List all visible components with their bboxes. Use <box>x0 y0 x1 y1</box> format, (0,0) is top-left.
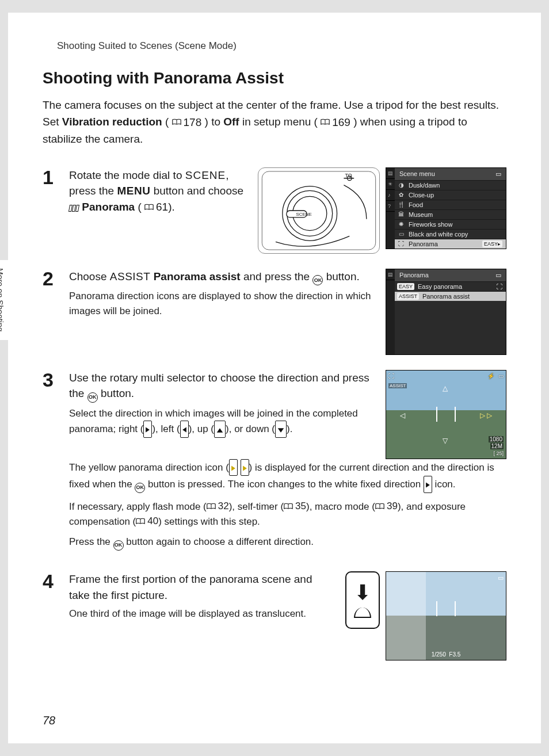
battery-icon: ▭ <box>495 170 501 178</box>
battery-icon: ▭ <box>498 373 504 379</box>
right-arrow-yellow-icon: ▷ ▷ <box>480 411 492 419</box>
exposure-info: 1/250 F3.5 <box>432 651 461 658</box>
pano-std-icon: ⛶ <box>496 283 502 290</box>
step-number: 2 <box>43 269 59 355</box>
first-shot-preview-screenshot: ▭ 1/250 F3.5 <box>386 571 506 660</box>
video-res-icon: 1080 <box>489 436 504 442</box>
step3-heading: Use the rotary multi selector to choose … <box>69 370 375 403</box>
down-arrow-icon <box>275 421 287 438</box>
step-number: 1 <box>43 167 59 254</box>
section-title: Shooting with Panorama Assist <box>43 69 506 87</box>
page-number: 78 <box>43 714 55 727</box>
menu-row: 🍴Food <box>395 200 506 209</box>
flash-auto-icon: ⚡ <box>487 373 494 379</box>
shots-remaining: [ 25] <box>493 450 504 456</box>
ok-button-icon: OK <box>135 483 145 493</box>
tab-icon: ? <box>386 201 395 212</box>
page-ref-icon: 61 <box>144 199 168 215</box>
bold-vr: Vibration reduction <box>62 116 162 128</box>
intro-text: in setup menu ( <box>242 116 318 128</box>
menu-row: EASYEasy panorama⛶ <box>395 281 506 291</box>
tab-icon: ♪ <box>386 190 395 201</box>
scene-glyph: SCENE <box>185 169 226 181</box>
intro-paragraph: The camera focuses on the subject at the… <box>43 97 506 148</box>
step-4: 4 Frame the first portion of the panoram… <box>43 571 506 660</box>
tab-icon: ▤ <box>386 168 395 179</box>
left-arrow-icon: ◁ <box>400 411 405 419</box>
panorama-label: Panorama <box>82 201 135 213</box>
page-ref-icon: 40 <box>136 514 158 529</box>
breadcrumb: Shooting Suited to Scenes (Scene Mode) <box>57 40 506 52</box>
menu-tab-strip: ▤ ☀ ♪ ? <box>386 168 395 249</box>
step2-heading: Choose ASSIST Panorama assist and press … <box>69 269 375 286</box>
menu-row: ▭Black and white copy <box>395 229 506 239</box>
down-arrow-icon: ⬇ <box>354 582 371 603</box>
shutter-press-illustration: ⬇ <box>345 571 380 629</box>
step1-heading: Rotate the mode dial to SCENE, press the… <box>69 167 247 215</box>
menu-row-selected: ⛶PanoramaEASY▸ <box>395 239 506 249</box>
step-2: 2 Choose ASSIST Panorama assist and pres… <box>43 269 506 355</box>
shutter-button-icon <box>354 608 371 618</box>
step-3: 3 Use the rotary multi selector to choos… <box>43 370 506 557</box>
page-ref-icon: 169 <box>321 114 350 131</box>
right-arrow-icon <box>424 476 432 493</box>
up-arrow-icon <box>214 421 226 438</box>
ok-button-icon: OK <box>87 392 98 403</box>
step3-desc4: Press the OK button again to choose a di… <box>69 534 506 551</box>
step3-desc2: The yellow panorama direction icon ( ) i… <box>69 459 506 493</box>
menu-tab-strip: ▤ <box>386 269 395 354</box>
svg-text:TQ: TQ <box>345 172 352 178</box>
svg-text:SCENE: SCENE <box>296 211 312 216</box>
pano-hud-icon: ⛶ <box>388 373 394 379</box>
assist-glyph: ASSIST <box>110 270 151 282</box>
svg-rect-3 <box>262 171 375 250</box>
step3-desc1: Select the direction in which images wil… <box>69 406 375 438</box>
battery--icon: ▭ <box>495 272 501 279</box>
page-ref-icon: 32 <box>207 499 229 514</box>
step-1: 1 Rotate the mode dial to SCENE, press t… <box>43 167 506 254</box>
menu-title: Panorama <box>399 272 429 278</box>
menu-row: ✿Close-up <box>395 190 506 200</box>
right-arrow-icon <box>241 459 249 476</box>
ok-button-icon: OK <box>113 540 124 551</box>
menu-row-selected: ASSISTPanorama assist <box>395 291 506 301</box>
page-ref-icon: 35 <box>284 499 306 514</box>
step4-desc: One third of the image will be displayed… <box>69 606 335 621</box>
page-ref-icon: 39 <box>375 499 398 514</box>
manual-page: Shooting Suited to Scenes (Scene Mode) S… <box>8 13 541 743</box>
down-arrow-icon: ▽ <box>443 437 448 445</box>
menu-glyph: MENU <box>117 185 150 197</box>
easy-badge: EASY▸ <box>482 240 502 247</box>
direction-arrows: △ ▽ ◁ ▷ ▷ <box>403 388 489 441</box>
direction-preview-screenshot: ⛶ ASSIST ▭ ⚡ △ ▽ ◁ ▷ ▷ 1080 12M [ <box>386 370 506 459</box>
scene-menu-screenshot: ▤ ☀ ♪ ? Scene menu ▭ ◑Dusk/dawn <box>386 167 506 249</box>
right-arrow-icon <box>143 421 152 438</box>
panorama-icon <box>69 205 79 212</box>
step-number: 4 <box>43 571 59 660</box>
battery-icon: ▭ <box>498 574 504 582</box>
menu-row: 🏛Museum <box>395 209 506 219</box>
step4-heading: Frame the first portion of the panorama … <box>69 571 335 603</box>
image-size-icon: 12M <box>490 443 504 449</box>
menu-row: ✺Fireworks show <box>395 219 506 229</box>
step2-desc: Panorama direction icons are displayed t… <box>69 289 375 318</box>
panorama-submenu-screenshot: ▤ Panorama ▭ EASYEasy panorama⛶ ASSISTPa… <box>386 269 506 355</box>
ok-button-icon: OK <box>312 275 323 285</box>
mode-dial-illustration: SCENE TQ <box>258 167 380 254</box>
step3-desc3: If necessary, apply flash mode (32), sel… <box>69 499 506 529</box>
side-tab-label: More on Shooting <box>0 260 8 340</box>
menu-title: Scene menu <box>399 170 435 177</box>
translucent-overlay <box>386 572 426 660</box>
af-brackets <box>436 601 456 616</box>
bold-off: Off <box>223 116 239 128</box>
left-arrow-icon <box>180 421 189 438</box>
page-ref-icon: 178 <box>172 114 202 131</box>
menu-row: ◑Dusk/dawn <box>395 180 506 190</box>
intro-text: ( <box>165 116 169 128</box>
menu-titlebar: Scene menu ▭ <box>395 168 506 180</box>
right-arrow-icon <box>229 459 238 476</box>
menu-titlebar: Panorama ▭ <box>395 269 506 281</box>
step-number: 3 <box>43 370 59 557</box>
intro-text: ) to <box>205 116 224 128</box>
tab-icon: ☀ <box>386 179 395 190</box>
